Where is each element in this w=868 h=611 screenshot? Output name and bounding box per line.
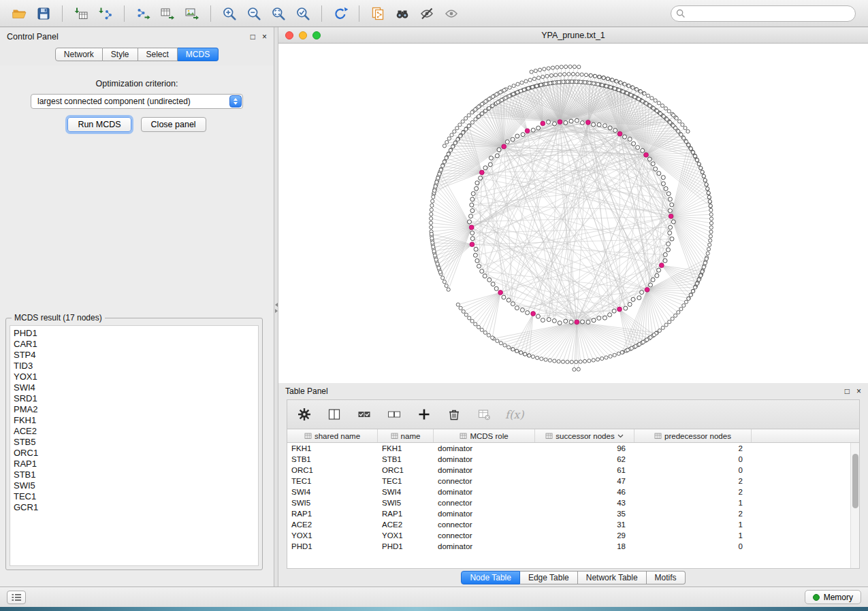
mcds-result-item[interactable]: YOX1 (14, 371, 255, 382)
delete-column-icon (447, 407, 462, 422)
column-header-shared-name[interactable]: shared name (287, 429, 378, 442)
show-columns-button[interactable] (325, 406, 343, 423)
criterion-dropdown[interactable]: largest connected component (undirected) (31, 94, 243, 109)
zoom-selected-button[interactable] (291, 3, 315, 24)
table-tab-network-table[interactable]: Network Table (578, 571, 647, 584)
mcds-result-item[interactable]: STB5 (14, 437, 255, 448)
mcds-result-item[interactable]: PMA2 (14, 404, 255, 415)
clone-network-button[interactable] (366, 3, 390, 24)
zoom-out-button[interactable] (242, 3, 266, 24)
maximize-window-button[interactable] (312, 31, 321, 39)
network-window-title: YPA_prune.txt_1 (541, 31, 605, 40)
float-panel-icon[interactable]: □ (251, 33, 255, 41)
column-header-name[interactable]: name (378, 429, 434, 442)
mcds-result-item[interactable]: STB1 (14, 469, 255, 480)
mcds-result-item[interactable]: ACE2 (14, 426, 255, 437)
column-header-filler (752, 429, 859, 442)
show-columns-icon (327, 407, 342, 422)
automation-panel-button[interactable] (7, 591, 26, 604)
mcds-result-item[interactable]: TEC1 (14, 491, 255, 502)
tab-select[interactable]: Select (138, 48, 178, 61)
cell-shared-name: TEC1 (287, 477, 378, 485)
refresh-button[interactable] (328, 3, 353, 24)
mcds-result-item[interactable]: FKH1 (14, 415, 255, 426)
mcds-result-item[interactable]: ORC1 (14, 448, 255, 459)
mcds-result-item[interactable]: GCR1 (14, 502, 255, 513)
cell-mcds-role: connector (434, 499, 535, 507)
sort-desc-icon (617, 434, 624, 438)
table-row[interactable]: PHD1PHD1dominator180 (287, 541, 850, 552)
table-tab-node-table[interactable]: Node Table (461, 571, 520, 584)
show-details-button[interactable] (439, 3, 464, 24)
save-button[interactable] (31, 3, 56, 24)
network-view[interactable] (278, 44, 868, 383)
table-row[interactable]: RAP1RAP1dominator352 (287, 508, 850, 519)
cell-name: FKH1 (378, 444, 434, 452)
cell-shared-name: PHD1 (287, 542, 378, 550)
close-panel-icon[interactable]: × (262, 33, 267, 41)
settings-gear-button[interactable] (295, 406, 313, 423)
run-mcds-button[interactable]: Run MCDS (67, 117, 131, 132)
open-file-button[interactable] (7, 3, 31, 24)
column-header-predecessor-nodes[interactable]: predecessor nodes (634, 429, 752, 442)
mcds-result-item[interactable]: SWI4 (14, 382, 255, 393)
close-window-button[interactable] (285, 31, 293, 39)
import-table-button[interactable] (69, 3, 93, 24)
deselect-all-icon (387, 407, 402, 422)
table-row[interactable]: ORC1ORC1dominator610 (287, 465, 850, 476)
tab-style[interactable]: Style (103, 48, 138, 61)
column-header-successor-nodes[interactable]: successor nodes (535, 429, 634, 442)
table-row[interactable]: ACE2ACE2connector311 (287, 519, 850, 530)
table-tab-edge-table[interactable]: Edge Table (520, 571, 578, 584)
hide-details-button[interactable] (415, 3, 439, 24)
zoom-in-button[interactable] (217, 3, 242, 24)
search-input[interactable] (671, 5, 856, 22)
mcds-result-item[interactable]: PHD1 (14, 328, 255, 339)
cell-mcds-role: dominator (434, 466, 535, 474)
mcds-result-item[interactable]: STP4 (14, 350, 255, 361)
mcds-result-list[interactable]: PHD1CAR1STP4TID3YOX1SWI4SRD1PMA2FKH1ACE2… (10, 325, 259, 566)
tab-network[interactable]: Network (55, 48, 103, 61)
cell-mcds-role: dominator (434, 542, 535, 550)
delete-column-button[interactable] (445, 406, 463, 423)
import-network-button[interactable] (93, 3, 118, 24)
add-column-button[interactable] (415, 406, 433, 423)
mcds-result-item[interactable]: CAR1 (14, 339, 255, 350)
toolbar-separator (359, 5, 359, 22)
tab-mcds[interactable]: MCDS (178, 48, 219, 61)
table-row[interactable]: YOX1YOX1connector291 (287, 530, 850, 541)
table-scrollbar[interactable] (850, 443, 859, 568)
minimize-window-button[interactable] (299, 31, 307, 39)
main-toolbar (0, 0, 868, 27)
mcds-result-item[interactable]: SWI5 (14, 480, 255, 491)
close-table-panel-icon[interactable]: × (856, 387, 861, 395)
table-row[interactable]: FKH1FKH1dominator962 (287, 443, 850, 454)
toolbar-separator (62, 5, 63, 22)
table-row[interactable]: SWI4SWI4dominator462 (287, 486, 850, 497)
mcds-result-item[interactable]: RAP1 (14, 459, 255, 469)
memory-button[interactable]: Memory (805, 590, 861, 604)
select-all-button[interactable] (355, 406, 373, 423)
mcds-result-item[interactable]: TID3 (14, 361, 255, 371)
deselect-all-button[interactable] (385, 406, 403, 423)
float-table-panel-icon[interactable]: □ (845, 387, 850, 395)
toolbar-separator (321, 5, 322, 22)
find-network-button[interactable] (390, 3, 415, 24)
export-network-button[interactable] (131, 3, 155, 24)
export-image-button[interactable] (180, 3, 204, 24)
cell-predecessor-nodes: 0 (634, 542, 752, 550)
scrollbar-thumb[interactable] (852, 454, 858, 508)
export-table-button[interactable] (155, 3, 180, 24)
export-image-icon (184, 6, 199, 21)
table-row[interactable]: TEC1TEC1connector472 (287, 476, 850, 486)
close-panel-button[interactable]: Close panel (141, 117, 206, 132)
table-row[interactable]: SWI5SWI5connector431 (287, 497, 850, 508)
mcds-result-item[interactable]: SRD1 (14, 393, 255, 404)
cell-mcds-role: dominator (434, 444, 535, 452)
zoom-fit-button[interactable] (266, 3, 291, 24)
table-tab-motifs[interactable]: Motifs (647, 571, 686, 584)
function-builder-button[interactable]: f(x) (505, 408, 524, 421)
optimization-criterion-label: Optimization criterion: (0, 79, 274, 88)
column-header-mcds-role[interactable]: MCDS role (434, 429, 535, 442)
table-row[interactable]: STB1STB1dominator620 (287, 454, 850, 465)
